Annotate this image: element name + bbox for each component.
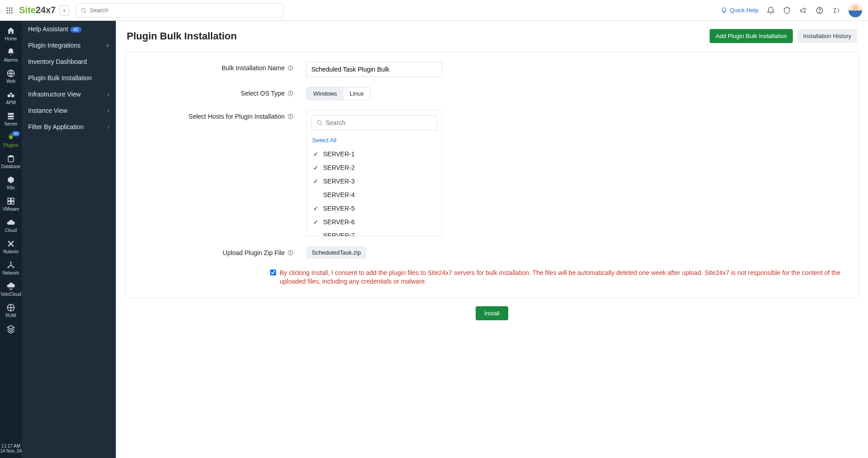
search-icon bbox=[81, 7, 87, 14]
cloud-icon bbox=[6, 218, 15, 227]
svg-line-10 bbox=[85, 11, 86, 13]
rail-plugins[interactable]: 40Plugins bbox=[0, 130, 22, 151]
svg-point-8 bbox=[11, 12, 13, 13]
chevron-right-icon: › bbox=[107, 91, 110, 98]
info-icon[interactable] bbox=[287, 65, 294, 71]
rail-alarms[interactable]: Alarms bbox=[0, 45, 22, 66]
host-search[interactable] bbox=[311, 115, 437, 130]
quick-help-link[interactable]: Quick Help bbox=[720, 7, 758, 14]
svg-marker-21 bbox=[8, 177, 14, 183]
host-item[interactable]: ✓SERVER-7 bbox=[307, 229, 442, 236]
os-linux-toggle[interactable]: Linux bbox=[343, 87, 370, 100]
logo[interactable]: Site24x7 bbox=[19, 5, 56, 15]
host-item[interactable]: ✓SERVER-2 bbox=[307, 161, 442, 174]
rail-database[interactable]: Database bbox=[0, 151, 22, 173]
info-icon[interactable] bbox=[287, 113, 294, 120]
svg-rect-25 bbox=[11, 202, 14, 204]
svg-rect-23 bbox=[11, 198, 14, 201]
rail-label: VeloCloud bbox=[0, 292, 21, 297]
svg-point-39 bbox=[317, 121, 321, 124]
globe-icon bbox=[6, 69, 15, 78]
rail-cloud[interactable]: Cloud bbox=[0, 215, 22, 236]
page-title: Plugin Bulk Installation bbox=[127, 30, 237, 42]
sidebar-item-label: Help Assistant bbox=[28, 25, 68, 33]
global-search-input[interactable] bbox=[90, 7, 279, 14]
rail-label: APM bbox=[6, 100, 16, 105]
logo-24x7: 24x7 bbox=[36, 5, 56, 15]
svg-point-9 bbox=[82, 8, 86, 12]
rail-network[interactable]: Network bbox=[0, 258, 22, 279]
select-all-link[interactable]: Select All bbox=[307, 135, 442, 147]
nutanix-icon bbox=[6, 239, 15, 248]
svg-point-5 bbox=[11, 10, 13, 11]
host-name: SERVER-1 bbox=[323, 150, 355, 158]
svg-point-7 bbox=[9, 12, 10, 13]
sidebar-filter-by-application[interactable]: Filter By Application› bbox=[22, 119, 116, 135]
sub-sidebar: Help Assistant 40 Plugin Integrations+ I… bbox=[22, 21, 116, 458]
rail-velocloud[interactable]: VeloCloud bbox=[0, 279, 22, 300]
sidebar-inventory-dashboard[interactable]: Inventory Dashboard bbox=[22, 53, 116, 70]
network-icon bbox=[6, 260, 15, 270]
consent-checkbox[interactable] bbox=[270, 270, 276, 275]
rail-label: VMware bbox=[3, 207, 19, 212]
info-icon[interactable] bbox=[287, 90, 294, 96]
sidebar-help-assistant[interactable]: Help Assistant 40 bbox=[22, 21, 116, 37]
svg-point-43 bbox=[290, 251, 291, 252]
plus-icon[interactable]: + bbox=[106, 42, 110, 49]
row-installation-name: Bulk Installation Name bbox=[134, 62, 849, 77]
label-hosts: Select Hosts for Plugin Installation bbox=[134, 110, 306, 120]
sidebar-infrastructure-view[interactable]: Infrastructure View› bbox=[22, 86, 116, 102]
svg-point-3 bbox=[6, 10, 8, 11]
host-selection-box: Select All ✓SERVER-1✓SERVER-2✓SERVER-3✓S… bbox=[306, 110, 442, 236]
app-grid-icon[interactable] bbox=[5, 6, 14, 14]
page-actions: Add Plugin Bulk Installation Installatio… bbox=[710, 29, 857, 43]
host-item[interactable]: ✓SERVER-6 bbox=[307, 215, 442, 229]
rail-nutanix[interactable]: Nutanix bbox=[0, 236, 22, 258]
zia-icon[interactable] bbox=[832, 6, 840, 14]
bell-icon[interactable] bbox=[767, 6, 775, 14]
svg-line-40 bbox=[321, 124, 322, 125]
installation-history-button[interactable]: Installation History bbox=[797, 29, 857, 43]
sidebar-collapse-button[interactable] bbox=[59, 5, 69, 15]
user-avatar[interactable] bbox=[848, 3, 863, 18]
shield-icon[interactable] bbox=[783, 6, 791, 14]
binoculars-icon bbox=[6, 90, 15, 99]
top-header: Site24x7 Quick Help bbox=[0, 0, 868, 21]
rail-label: RUM bbox=[6, 313, 16, 318]
sidebar-item-label: Plugin Bulk Installation bbox=[28, 74, 92, 82]
consent-row: By clicking Install, I consent to add th… bbox=[134, 269, 849, 286]
bell-icon bbox=[6, 48, 15, 57]
rail-apm[interactable]: APM bbox=[0, 87, 22, 109]
k8s-icon bbox=[6, 175, 15, 184]
host-item[interactable]: ✓SERVER-5 bbox=[307, 202, 442, 215]
host-item[interactable]: ✓SERVER-1 bbox=[307, 147, 442, 161]
host-search-input[interactable] bbox=[325, 119, 432, 126]
home-icon bbox=[6, 26, 15, 35]
host-list[interactable]: ✓SERVER-1✓SERVER-2✓SERVER-3✓SERVER-4✓SER… bbox=[307, 147, 442, 236]
rail-k8s[interactable]: K8s bbox=[0, 173, 22, 194]
rail-vmware[interactable]: VMware bbox=[0, 194, 22, 215]
rail-more[interactable] bbox=[0, 322, 22, 338]
rail-server[interactable]: Server bbox=[0, 109, 22, 130]
sidebar-plugin-integrations[interactable]: Plugin Integrations+ bbox=[22, 37, 116, 53]
help-icon[interactable] bbox=[816, 6, 824, 14]
sidebar-item-label: Inventory Dashboard bbox=[28, 58, 87, 65]
rail-rum[interactable]: RUM bbox=[0, 300, 22, 322]
add-plugin-bulk-button[interactable]: Add Plugin Bulk Installation bbox=[710, 29, 793, 43]
os-windows-toggle[interactable]: Windows bbox=[307, 87, 343, 100]
info-icon[interactable] bbox=[287, 250, 294, 256]
install-button[interactable]: Install bbox=[476, 306, 508, 320]
installation-name-input[interactable] bbox=[306, 62, 442, 77]
svg-rect-22 bbox=[8, 198, 10, 201]
megaphone-icon[interactable] bbox=[799, 6, 807, 14]
svg-point-14 bbox=[8, 94, 11, 97]
sidebar-plugin-bulk-installation[interactable]: Plugin Bulk Installation bbox=[22, 70, 116, 86]
rail-web[interactable]: Web bbox=[0, 66, 22, 87]
quick-help-label: Quick Help bbox=[730, 7, 758, 14]
uploaded-file-chip[interactable]: ScheduledTask.zip bbox=[306, 246, 366, 259]
rail-home[interactable]: Home bbox=[0, 24, 22, 45]
sidebar-instance-view[interactable]: Instance View› bbox=[22, 102, 116, 119]
host-item[interactable]: ✓SERVER-4 bbox=[307, 188, 442, 202]
host-item[interactable]: ✓SERVER-3 bbox=[307, 174, 442, 188]
global-search[interactable] bbox=[76, 3, 284, 18]
